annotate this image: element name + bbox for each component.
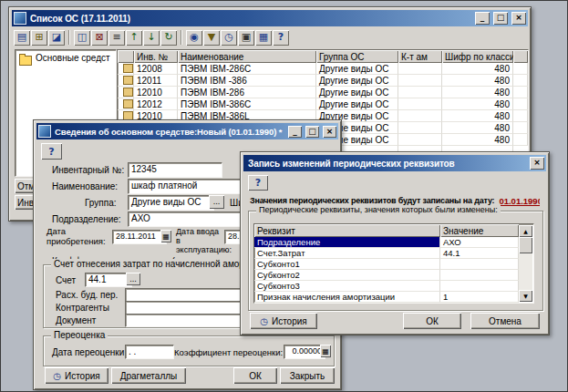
cell-value[interactable] — [440, 259, 519, 270]
table-scrollbar[interactable]: ▲ ▼ — [519, 225, 532, 302]
table-row[interactable]: Субконто1 — [254, 259, 533, 270]
inventory-number-field[interactable]: 12345 — [128, 162, 222, 178]
asset-details-titlebar[interactable]: Сведения об основном средстве:Новый (01.… — [36, 123, 338, 139]
cell-value[interactable] — [440, 281, 519, 292]
dialog-ok-button[interactable]: ОК — [403, 313, 461, 329]
print-icon[interactable]: ▣ — [238, 30, 254, 46]
filter-icon[interactable]: ▼ — [203, 30, 220, 46]
cell-attribute[interactable]: Счет.Затрат — [254, 248, 440, 259]
edit-icon[interactable]: ◪ — [48, 30, 65, 46]
cell-attribute[interactable]: Субконто2 — [254, 270, 440, 281]
cell-ktam[interactable] — [398, 75, 442, 87]
cell-value[interactable] — [440, 270, 519, 281]
help-button[interactable]: ? — [248, 175, 268, 191]
scroll-thumb[interactable] — [519, 237, 532, 253]
history-button[interactable]: ◷ История — [45, 367, 108, 384]
close-button[interactable]: × — [323, 126, 336, 138]
cell-group[interactable]: Другие виды ОС — [316, 63, 398, 75]
header-filler — [513, 50, 528, 63]
cell-value[interactable]: 44.1 — [440, 248, 519, 259]
group-field[interactable]: Другие виды ОС — [128, 195, 214, 211]
cell-name[interactable]: ПЭВМ IBM-286С — [178, 63, 316, 75]
cell-value[interactable]: 1 — [440, 292, 519, 303]
precious-metals-button[interactable]: Драгметаллы — [111, 367, 186, 384]
cell-ktam[interactable] — [398, 98, 442, 110]
help-icon[interactable]: ? — [273, 30, 289, 46]
maximize-button[interactable]: □ — [305, 126, 319, 138]
dialog-titlebar[interactable]: Запись изменений периодических реквизито… — [243, 155, 546, 171]
cell-code[interactable]: 480 — [442, 134, 513, 146]
table-row[interactable]: 12008 ПЭВМ IBM-286С Другие виды ОС 480 — [118, 63, 528, 75]
cell-inv[interactable]: 12010 — [134, 87, 178, 98]
revaluation-coef-picker-button[interactable]: ▦ — [320, 345, 331, 357]
tree-item-fixed-assets[interactable]: Основные средст — [15, 50, 116, 66]
cell-name[interactable]: ПЭВМ IBM-386С — [178, 98, 316, 110]
folder-icon — [19, 56, 32, 66]
search-icon[interactable]: ◉ — [186, 30, 202, 46]
dialog-cancel-button[interactable]: Отмена — [470, 313, 540, 329]
cell-attribute[interactable]: Субконто3 — [254, 281, 440, 292]
new-group-icon[interactable]: ⊞ — [31, 30, 47, 46]
minimize-button[interactable]: _ — [475, 12, 490, 25]
hierarchy-icon[interactable]: ≡ — [108, 30, 125, 46]
cell-group[interactable]: Другие виды ОС — [316, 75, 398, 87]
close-form-button[interactable]: Закрыть — [280, 367, 335, 384]
scroll-down-icon[interactable]: ▼ — [519, 290, 532, 302]
table-row[interactable]: 12010 ПЭВМ IBM-286 Другие виды ОС 480 — [118, 87, 528, 98]
copy-icon[interactable]: ◫ — [74, 30, 90, 46]
app-icon[interactable] — [38, 125, 51, 138]
cell-group[interactable]: Другие виды ОС — [316, 98, 398, 110]
cell-code[interactable]: 480 — [442, 87, 513, 98]
cell-code[interactable]: 480 — [442, 75, 513, 87]
cell-value[interactable]: АХО — [440, 237, 519, 248]
history-icon[interactable]: ◷ — [221, 30, 237, 46]
cell-name[interactable]: ПЭВМ IBM-286 — [178, 87, 316, 98]
ok-button[interactable]: ОК — [233, 367, 277, 384]
cell-attribute[interactable]: Подразделение — [254, 237, 440, 248]
cell-code[interactable]: 480 — [442, 122, 513, 134]
cell-attribute[interactable]: Субконто1 — [254, 259, 440, 270]
new-row-icon[interactable]: ▤ — [14, 30, 30, 46]
table-row[interactable]: Признак начисления амортизации 1 — [254, 292, 533, 303]
table-row[interactable]: Подразделение АХО — [254, 237, 533, 248]
cell-name[interactable]: ПЭВМ IBM -386 — [178, 75, 316, 87]
cell-code[interactable]: 480 — [442, 98, 513, 110]
dialog-history-button[interactable]: ◷ История — [250, 313, 317, 329]
assets-list-titlebar[interactable]: Список ОС (17.11.2011) _ □ × — [12, 10, 528, 26]
cell-ktam[interactable] — [398, 87, 442, 98]
cell-ktam[interactable] — [398, 63, 442, 75]
table-row[interactable]: Субконто3 — [254, 281, 533, 292]
cell-inv[interactable]: 12008 — [134, 63, 178, 75]
table-row[interactable]: 12012 ПЭВМ IBM-386С Другие виды ОС 480 — [118, 98, 528, 110]
account-picker-button[interactable]: ... — [126, 273, 140, 285]
cell-ktam[interactable] — [398, 122, 442, 134]
cell-inv[interactable]: 12012 — [134, 98, 178, 110]
move-up-icon[interactable]: ↑ — [126, 30, 142, 46]
cell-attribute[interactable]: Признак начисления амортизации — [254, 292, 440, 303]
cell-ktam[interactable] — [398, 134, 442, 146]
app-icon[interactable] — [14, 12, 26, 25]
cell-inv[interactable]: 12011 — [134, 75, 178, 87]
cell-ktam[interactable] — [398, 110, 442, 122]
group-picker-button[interactable]: ... — [209, 195, 224, 209]
date-acquired-picker-button[interactable]: ▦ — [160, 230, 171, 242]
revaluation-date-field[interactable]: . . — [125, 345, 174, 359]
date-acquired-field[interactable]: 28.11.2011 — [112, 230, 167, 244]
cell-group[interactable]: Другие виды ОС — [316, 87, 398, 98]
close-button[interactable]: × — [530, 157, 544, 170]
help-button[interactable]: ? — [41, 143, 62, 160]
table-row[interactable]: 12011 ПЭВМ IBM -386 Другие виды ОС 480 — [118, 75, 528, 87]
effective-date[interactable]: 01.01.1990 — [499, 196, 540, 206]
table-row[interactable]: Субконто2 — [254, 270, 533, 281]
maximize-button[interactable]: □ — [493, 12, 508, 25]
cell-code[interactable]: 480 — [442, 110, 513, 122]
minimize-button[interactable]: _ — [288, 126, 302, 138]
save-icon[interactable]: ▦ — [255, 30, 272, 46]
scroll-up-icon[interactable]: ▲ — [519, 225, 532, 237]
move-down-icon[interactable]: ↓ — [143, 30, 160, 46]
table-row[interactable]: Счет.Затрат 44.1 — [254, 248, 533, 259]
cell-code[interactable]: 480 — [442, 63, 513, 75]
delete-icon[interactable]: ⊠ — [91, 30, 108, 46]
refresh-icon[interactable]: ↻ — [160, 30, 177, 46]
close-button[interactable]: × — [511, 12, 526, 25]
